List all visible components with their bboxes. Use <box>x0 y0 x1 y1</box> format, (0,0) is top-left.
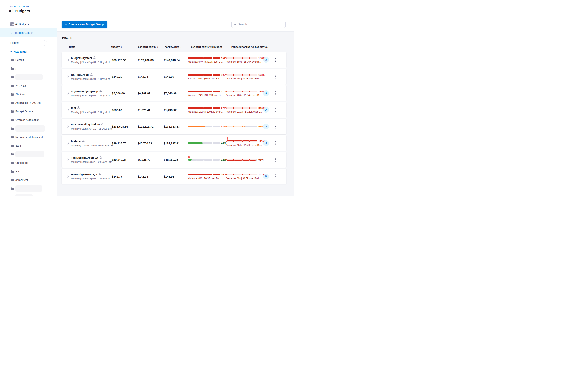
expand-chevron-icon[interactable] <box>68 142 69 144</box>
expand-chevron-icon[interactable] <box>68 125 69 128</box>
folder-search-button[interactable] <box>44 40 50 46</box>
budget-group-name[interactable]: test-cascading-budget <box>71 123 100 126</box>
folder-item[interactable]: Unscripted <box>0 158 57 167</box>
expand-chevron-icon[interactable] <box>68 92 69 94</box>
table-row[interactable]: budgetsuryatest Monthly | Starts Sep 01 … <box>62 52 286 68</box>
folder-item[interactable]: Abhinav <box>0 90 57 98</box>
budget-group-name[interactable]: shyam-budget-group <box>71 90 98 93</box>
current-spend-value: $45,750.63 <box>138 142 152 145</box>
folder-item[interactable]: Anomalies RBAC test <box>0 98 57 107</box>
forecast-vs-budget-cell: 58% <box>226 118 265 134</box>
sidebar-item-budget-groups[interactable]: Budget Groups <box>0 28 57 37</box>
budget-group-name[interactable]: TestBudgetGroup-JA <box>71 156 98 159</box>
expand-chevron-icon[interactable] <box>68 175 69 178</box>
current-vs-budget-cell: 100% Variance: 0% | $0.64 over Bud... <box>188 69 226 84</box>
variance-text: Variance: 54% | $48.0K over B... <box>188 60 222 63</box>
hierarchy-icon <box>100 156 102 160</box>
progress-bar <box>226 74 258 76</box>
column-header-forecast-vs-budget: FORECAST SPEND V/S BUDGET <box>231 46 264 48</box>
folder-item[interactable]: Recommendations test <box>0 133 57 142</box>
row-menu-button[interactable] <box>274 173 278 180</box>
folder-item[interactable] <box>0 193 57 196</box>
folder-icon <box>10 58 14 62</box>
row-menu-button[interactable] <box>274 156 278 163</box>
folder-item[interactable]: abcd <box>0 167 57 176</box>
row-menu-button[interactable] <box>274 90 278 97</box>
row-menu-button[interactable] <box>274 123 278 130</box>
folder-item[interactable]: Cypress Automation <box>0 116 57 124</box>
piggy-bank-icon <box>10 31 14 34</box>
folder-item[interactable] <box>0 73 57 82</box>
row-menu-button[interactable] <box>274 140 278 146</box>
name-cell: TestBudgetGroup-JA Monthly | Starts Sep … <box>71 156 112 163</box>
forecasted-value: $7,040.98 <box>164 92 176 95</box>
folder-item[interactable] <box>0 124 57 133</box>
column-header-budget[interactable]: BUDGET▲▼ <box>111 46 122 48</box>
budget-group-name[interactable]: testBudgetGroupQA <box>71 173 97 176</box>
by-on-cell: A <box>260 102 272 118</box>
column-header-current-spend[interactable]: CURRENT SPEND▲▼ <box>138 46 158 48</box>
hierarchy-icon <box>98 173 101 176</box>
account-breadcrumb-link[interactable]: Account: CCM-NG <box>9 5 30 8</box>
folder-name: Anomalies RBAC test <box>15 101 41 104</box>
forecast-vs-budget-cell: 103% Variance: 3% | $4.59 over Bud... <box>226 168 265 184</box>
by-on-cell: A <box>260 85 272 101</box>
table-row[interactable]: shyam-budget-group Monthly | Starts Sep … <box>62 85 286 101</box>
expand-chevron-icon[interactable] <box>68 158 69 161</box>
table-row[interactable]: testBudgetGroupQA Monthly | Starts Sep 0… <box>62 168 286 184</box>
expand-chevron-icon[interactable] <box>68 108 69 111</box>
folder-item[interactable]: Sahil <box>0 142 57 150</box>
page-title: All Budgets <box>9 9 30 13</box>
folders-section-label: Folders <box>10 41 20 44</box>
variance-text: Variance: 24% | $1.30K over B... <box>188 94 222 96</box>
folder-item[interactable]: anmol-test <box>0 176 57 184</box>
forecasted-value: $114,137.91 <box>164 142 180 145</box>
budget-group-name[interactable]: test <box>71 106 76 110</box>
budget-group-name[interactable]: test-joe <box>71 140 81 143</box>
folder-name: @ . > && <box>15 84 26 87</box>
new-folder-button[interactable]: + New folder <box>0 48 57 55</box>
budget-groups-panel: Total: 8 NAME▼ BUDGET▲▼ CURRENT SPEND▲▼ … <box>58 32 294 196</box>
name-cell: shyam-budget-group Monthly | Starts Sep … <box>71 90 110 97</box>
folder-item[interactable]: Budget Groups <box>0 107 57 116</box>
table-row[interactable]: test-joe Quarterly | Starts Jun 01 - -29… <box>62 135 286 151</box>
folder-item[interactable] <box>0 184 57 193</box>
row-menu-button[interactable] <box>274 106 278 113</box>
table-row[interactable]: RajTestGroup Monthly | Starts Sep 01 - 1… <box>62 69 286 84</box>
folder-item[interactable] <box>0 150 57 159</box>
column-header-forecasted[interactable]: FORECASTED▲▼ <box>165 46 182 48</box>
folder-item[interactable]: @ . > && <box>0 82 57 90</box>
by-on-cell: J <box>260 118 272 134</box>
folder-name: anmol-test <box>15 178 28 182</box>
search-input[interactable] <box>238 23 283 26</box>
alert-bell-icon <box>226 137 228 140</box>
by-on-cell: A <box>260 52 272 68</box>
budget-value: $142.30 <box>112 75 122 78</box>
search-box[interactable] <box>231 21 286 28</box>
expand-chevron-icon[interactable] <box>68 58 69 61</box>
budget-group-name[interactable]: RajTestGroup <box>71 73 89 76</box>
create-budget-group-button[interactable]: + Create a new Budget Group <box>62 21 107 28</box>
table-row[interactable]: test Monthly | Starts Sep 01 - 1 Days Le… <box>62 102 286 118</box>
expand-chevron-icon[interactable] <box>68 75 69 78</box>
folder-name-redacted <box>15 126 45 132</box>
budget-value: $89,170.50 <box>112 58 126 62</box>
budget-group-name[interactable]: budgetsuryatest <box>71 56 92 60</box>
row-menu-button[interactable] <box>274 56 278 64</box>
sort-icon: ▲▼ <box>157 46 158 48</box>
budget-value: $50,240.34 <box>112 158 126 162</box>
row-menu-button[interactable] <box>274 73 278 80</box>
top-header: Account: CCM-NG All Budgets <box>0 0 294 18</box>
column-header-name[interactable]: NAME▼ <box>69 46 78 48</box>
folder-name: Cypress Automation <box>15 118 40 122</box>
folder-name-redacted <box>15 194 33 196</box>
folder-item[interactable]: Default <box>0 56 57 64</box>
folder-icon <box>10 127 14 130</box>
table-row[interactable]: TestBudgetGroup-JA Monthly | Starts Sep … <box>62 152 286 168</box>
sidebar-item-label: All Budgets <box>15 23 29 26</box>
progress-bar <box>226 174 258 176</box>
by-on-cell: J <box>260 135 272 151</box>
folder-item[interactable]: ! <box>0 64 57 73</box>
table-row[interactable]: test-cascading-budget Monthly | Starts J… <box>62 118 286 134</box>
sidebar-item-all-budgets[interactable]: All Budgets <box>0 20 57 28</box>
